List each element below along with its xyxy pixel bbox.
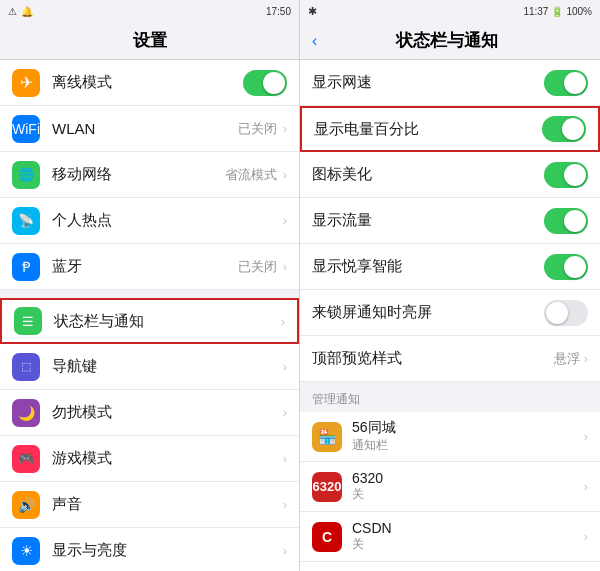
sound-chevron: › [283, 497, 287, 512]
notification-csdn[interactable]: C CSDN 关 › [300, 512, 600, 562]
statusbar-label: 状态栏与通知 [54, 312, 281, 331]
56city-name: 56同城 [352, 419, 584, 437]
list-item-wlan[interactable]: WiFi WLAN 已关闭 › [0, 106, 299, 152]
sound-icon: 🔊 [12, 491, 40, 519]
list-item-display[interactable]: ☀ 显示与亮度 › [0, 528, 299, 571]
left-title-bar: 设置 [0, 22, 299, 60]
battery-label: 100% [566, 6, 592, 17]
right-item-lockscreen[interactable]: 来锁屏通知时亮屏 [300, 290, 600, 336]
navkey-label: 导航键 [52, 357, 283, 376]
hotspot-chevron: › [283, 213, 287, 228]
list-item-mobile[interactable]: 🌐 移动网络 省流模式 › [0, 152, 299, 198]
6320-name: 6320 [352, 470, 584, 486]
csdn-text: CSDN 关 [352, 520, 584, 553]
airplane-toggle[interactable] [243, 70, 287, 96]
yixiang-toggle[interactable] [544, 254, 588, 280]
showbattery-label: 显示电量百分比 [314, 120, 542, 139]
dnd-label: 勿扰模式 [52, 403, 283, 422]
notification-flashplayer[interactable]: ▶ Flash Player Settings 关 › [300, 562, 600, 571]
mobile-chevron: › [283, 167, 287, 182]
notification-56city[interactable]: 🏪 56同城 通知栏 › [300, 412, 600, 462]
showspeed-label: 显示网速 [312, 73, 544, 92]
list-item-navkey[interactable]: ⬚ 导航键 › [0, 344, 299, 390]
6320-icon: 6320 [312, 472, 342, 502]
right-item-iconbeauty[interactable]: 图标美化 [300, 152, 600, 198]
list-item-sound[interactable]: 🔊 声音 › [0, 482, 299, 528]
right-panel: ✱ 11:37 🔋 100% ‹ 状态栏与通知 显示网速 显示电量百分比 图标美… [300, 0, 600, 571]
game-label: 游戏模式 [52, 449, 283, 468]
6320-sub: 关 [352, 486, 584, 503]
statusbar-icon: ☰ [14, 307, 42, 335]
right-title-bar: ‹ 状态栏与通知 [300, 22, 600, 60]
wlan-chevron: › [283, 121, 287, 136]
list-item-dnd[interactable]: 🌙 勿扰模式 › [0, 390, 299, 436]
56city-chevron: › [584, 429, 588, 444]
list-item-airplane[interactable]: ✈ 离线模式 [0, 60, 299, 106]
game-chevron: › [283, 451, 287, 466]
bluetooth-value: 已关闭 [238, 258, 277, 276]
lockscreen-toggle[interactable] [544, 300, 588, 326]
sound-label: 声音 [52, 495, 283, 514]
notification-6320[interactable]: 6320 6320 关 › [300, 462, 600, 512]
left-status-icons: ⚠ 🔔 [8, 6, 33, 17]
display-icon: ☀ [12, 537, 40, 565]
56city-icon: 🏪 [312, 422, 342, 452]
dnd-chevron: › [283, 405, 287, 420]
display-chevron: › [283, 543, 287, 558]
back-button[interactable]: ‹ [312, 32, 317, 50]
bluetooth-icon: Ᵽ [12, 253, 40, 281]
right-item-showspeed[interactable]: 显示网速 [300, 60, 600, 106]
airplane-icon: ✈ [12, 69, 40, 97]
display-label: 显示与亮度 [52, 541, 283, 560]
csdn-icon: C [312, 522, 342, 552]
list-item-statusbar[interactable]: ☰ 状态栏与通知 › [0, 298, 299, 344]
left-settings-list[interactable]: ✈ 离线模式 WiFi WLAN 已关闭 › 🌐 移动网络 省流模式 › 📡 个… [0, 60, 299, 571]
navkey-chevron: › [283, 359, 287, 374]
dnd-icon: 🌙 [12, 399, 40, 427]
csdn-chevron: › [584, 529, 588, 544]
mobile-label: 移动网络 [52, 165, 225, 184]
bluetooth-label: 蓝牙 [52, 257, 238, 276]
navkey-icon: ⬚ [12, 353, 40, 381]
hotspot-label: 个人热点 [52, 211, 283, 230]
56city-text: 56同城 通知栏 [352, 419, 584, 454]
right-status-left: ✱ [308, 5, 317, 18]
right-item-topstyle[interactable]: 顶部预览样式 悬浮 › [300, 336, 600, 382]
left-status-bar: ⚠ 🔔 17:50 [0, 0, 299, 22]
airplane-label: 离线模式 [52, 73, 243, 92]
right-item-showbattery[interactable]: 显示电量百分比 [300, 106, 600, 152]
right-settings-list[interactable]: 显示网速 显示电量百分比 图标美化 显示流量 显示悦享智能 来锁屏通知时亮屏 [300, 60, 600, 571]
showflow-label: 显示流量 [312, 211, 544, 230]
topstyle-label: 顶部预览样式 [312, 349, 554, 368]
6320-chevron: › [584, 479, 588, 494]
showbattery-toggle[interactable] [542, 116, 586, 142]
list-item-bluetooth[interactable]: Ᵽ 蓝牙 已关闭 › [0, 244, 299, 290]
section-header-notifications: 管理通知 [300, 382, 600, 412]
right-status-right: 11:37 🔋 100% [523, 6, 592, 17]
mobile-icon: 🌐 [12, 161, 40, 189]
list-item-game[interactable]: 🎮 游戏模式 › [0, 436, 299, 482]
left-status-time: 17:50 [266, 6, 291, 17]
csdn-sub: 关 [352, 536, 584, 553]
iconbeauty-toggle[interactable] [544, 162, 588, 188]
list-item-hotspot[interactable]: 📡 个人热点 › [0, 198, 299, 244]
hotspot-icon: 📡 [12, 207, 40, 235]
statusbar-chevron: › [281, 314, 285, 329]
right-title: 状态栏与通知 [325, 29, 568, 52]
right-status-bar: ✱ 11:37 🔋 100% [300, 0, 600, 22]
lockscreen-label: 来锁屏通知时亮屏 [312, 303, 544, 322]
left-title: 设置 [133, 29, 167, 52]
bluetooth-status-icon: ✱ [308, 5, 317, 18]
back-icon: ‹ [312, 32, 317, 50]
warning-icon: ⚠ [8, 6, 17, 17]
right-item-showflow[interactable]: 显示流量 [300, 198, 600, 244]
6320-text: 6320 关 [352, 470, 584, 503]
topstyle-value: 悬浮 [554, 350, 580, 368]
right-item-yixiang[interactable]: 显示悦享智能 [300, 244, 600, 290]
bluetooth-chevron: › [283, 259, 287, 274]
bell-icon: 🔔 [21, 6, 33, 17]
showflow-toggle[interactable] [544, 208, 588, 234]
wlan-icon: WiFi [12, 115, 40, 143]
showspeed-toggle[interactable] [544, 70, 588, 96]
battery-icon: 🔋 [551, 6, 563, 17]
